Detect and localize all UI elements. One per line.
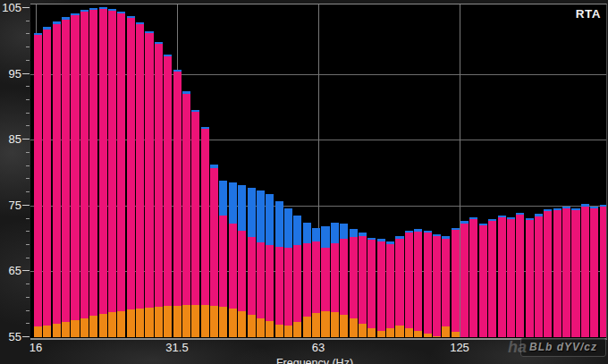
secondary-input-bar	[108, 312, 116, 337]
rta-live-bar	[498, 217, 506, 337]
secondary-input-bar	[80, 318, 89, 337]
y-minor-tick	[26, 60, 30, 61]
secondary-input-bar	[340, 315, 348, 337]
rta-live-bar	[600, 207, 607, 337]
rta-live-bar	[99, 9, 107, 337]
rta-live-bar	[173, 72, 182, 337]
rta-live-bar	[414, 232, 422, 337]
secondary-input-bar	[284, 326, 292, 337]
rta-live-bar	[526, 220, 534, 337]
y-minor-tick	[26, 323, 30, 324]
secondary-input-bar	[424, 334, 432, 337]
secondary-input-bar	[219, 307, 227, 337]
rta-live-bar	[535, 216, 543, 337]
y-tick-label-65: 65	[9, 264, 21, 277]
y-major-tick	[22, 205, 30, 206]
y-tick-label-55: 55	[9, 330, 21, 343]
watermark: ha BLb dYV/cz	[508, 338, 606, 357]
rta-live-bar	[71, 15, 79, 337]
y-minor-tick	[26, 21, 30, 21]
spectrum-plot-area: RTA	[30, 4, 607, 340]
secondary-input-bar	[452, 332, 460, 337]
rta-live-bar	[479, 225, 487, 337]
secondary-input-bar	[182, 305, 190, 337]
rta-live-bar	[553, 210, 562, 337]
rta-live-bar	[53, 24, 61, 337]
rta-live-bar	[182, 94, 190, 337]
secondary-input-bar	[293, 322, 301, 337]
secondary-input-bar	[117, 311, 125, 337]
y-major-tick	[22, 336, 30, 337]
y-minor-tick	[26, 86, 30, 87]
rta-live-bar	[469, 219, 477, 337]
rta-live-bar	[80, 12, 89, 337]
y-axis-db-scale: 1059585756555	[0, 0, 30, 364]
rta-live-bar	[117, 13, 125, 337]
rta-live-bar	[386, 244, 394, 337]
y-major-tick	[22, 270, 30, 271]
secondary-input-bar	[312, 313, 320, 337]
rta-live-bar	[191, 112, 199, 337]
rta-live-bar	[377, 241, 385, 337]
secondary-input-bar	[303, 317, 311, 337]
y-minor-tick	[26, 165, 30, 166]
y-minor-tick	[26, 231, 30, 232]
y-minor-tick	[26, 33, 30, 34]
secondary-input-bar	[238, 311, 246, 337]
secondary-input-bar	[201, 305, 209, 337]
x-tick-label-16: 16	[30, 341, 42, 354]
secondary-input-bar	[191, 305, 199, 337]
rta-live-bar	[359, 236, 367, 337]
y-minor-tick	[26, 152, 30, 153]
rta-live-bar	[155, 44, 163, 337]
secondary-input-bar	[210, 306, 218, 337]
y-minor-tick	[26, 191, 30, 192]
secondary-input-bar	[229, 309, 237, 337]
secondary-input-bar	[145, 308, 153, 337]
secondary-input-bar	[321, 311, 329, 337]
y-minor-tick	[26, 99, 30, 100]
secondary-input-bar	[395, 326, 403, 337]
secondary-input-bar	[173, 306, 182, 337]
secondary-input-bar	[34, 326, 42, 337]
rta-live-bar	[89, 10, 97, 337]
secondary-input-bar	[136, 309, 144, 337]
secondary-input-bar	[350, 318, 358, 337]
secondary-input-bar	[164, 306, 172, 337]
secondary-input-bar	[127, 309, 135, 337]
rta-live-bar	[571, 210, 579, 337]
rta-live-bar	[581, 207, 589, 337]
rta-live-bar	[145, 33, 153, 337]
rta-live-bar	[442, 239, 450, 337]
secondary-input-bar	[248, 315, 256, 337]
rta-live-bar	[590, 208, 598, 337]
y-minor-tick	[26, 178, 30, 179]
y-tick-label-85: 85	[9, 132, 21, 146]
rta-live-bar	[395, 239, 403, 337]
y-minor-tick	[26, 310, 30, 311]
secondary-input-bar	[442, 326, 450, 337]
rta-live-bar	[136, 24, 144, 337]
y-tick-label-95: 95	[9, 66, 21, 80]
y-tick-label-75: 75	[9, 198, 21, 211]
y-minor-tick	[26, 297, 30, 298]
rta-live-bar	[562, 208, 570, 337]
rta-live-bar	[544, 211, 552, 337]
secondary-input-bar	[71, 320, 79, 337]
y-minor-tick	[26, 47, 30, 47]
rta-live-bar	[34, 35, 42, 337]
rta-live-bar	[424, 233, 432, 337]
secondary-input-bar	[43, 326, 51, 337]
rta-live-bar	[507, 219, 515, 337]
secondary-input-bar	[275, 325, 283, 337]
secondary-input-bar	[89, 316, 97, 337]
secondary-input-bar	[367, 328, 376, 337]
y-minor-tick	[26, 258, 30, 258]
rta-live-bar	[367, 240, 376, 337]
rta-live-bar	[488, 221, 496, 337]
secondary-input-bar	[257, 318, 265, 337]
rta-mode-label: RTA	[576, 7, 601, 21]
watermark-logo-box: BLb dYV/cz	[520, 338, 606, 357]
rta-live-bar	[62, 20, 70, 337]
x-tick-label-63: 63	[312, 341, 325, 354]
